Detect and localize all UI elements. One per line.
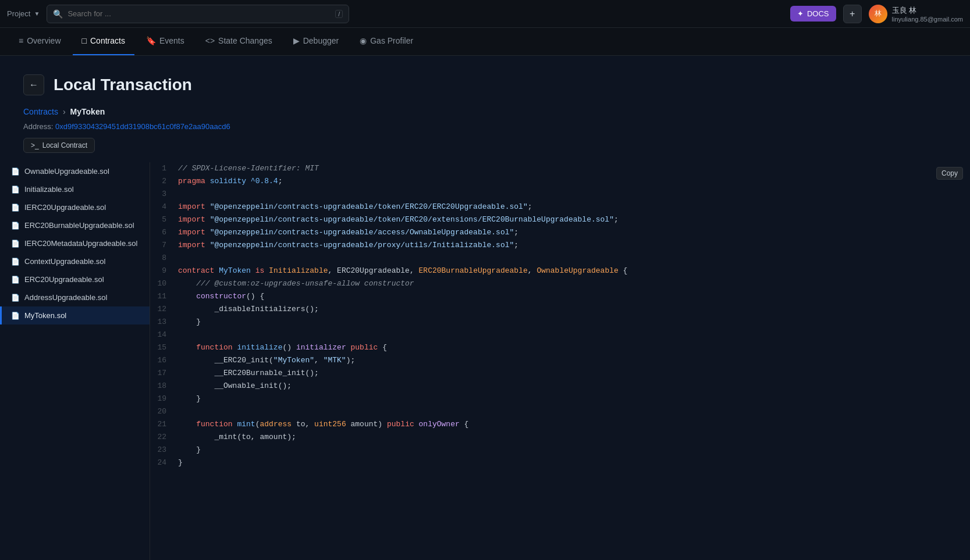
file-item[interactable]: 📄MyToken.sol xyxy=(0,306,150,324)
file-icon: 📄 xyxy=(11,294,20,302)
line-number: 23 xyxy=(150,444,173,456)
file-name: ERC20BurnableUpgradeable.sol xyxy=(24,221,134,230)
tab-overview[interactable]: ≡Overview xyxy=(9,27,70,55)
file-name: AddressUpgradeable.sol xyxy=(24,293,107,302)
line-number: 14 xyxy=(150,329,173,341)
table-row: 7import "@openzeppelin/contracts-upgrade… xyxy=(150,239,970,252)
line-number: 19 xyxy=(150,393,173,405)
file-item[interactable]: 📄ERC20BurnableUpgradeable.sol xyxy=(0,216,150,234)
local-contract-icon: >_ xyxy=(31,141,39,149)
address-label: Address: xyxy=(23,122,53,131)
table-row: 21 function mint(address to, uint256 amo… xyxy=(150,418,970,431)
table-row: 16 __ERC20_init("MyToken", "MTK"); xyxy=(150,354,970,367)
tab-label-contracts: Contracts xyxy=(90,36,125,45)
file-icon: 📄 xyxy=(11,222,20,230)
line-number: 5 xyxy=(150,213,173,226)
file-icon: 📄 xyxy=(11,258,20,266)
line-code: /// @custom:oz-upgrades-unsafe-allow con… xyxy=(173,277,970,290)
line-code: import "@openzeppelin/contracts-upgradea… xyxy=(173,226,970,239)
tab-gas-profiler[interactable]: ◉Gas Profiler xyxy=(350,27,422,55)
file-name: Initializable.sol xyxy=(24,185,74,194)
tab-label-events: Events xyxy=(159,36,184,45)
line-number: 10 xyxy=(150,277,173,290)
table-row: 4import "@openzeppelin/contracts-upgrade… xyxy=(150,201,970,213)
docs-star-icon: ✦ xyxy=(797,9,804,18)
breadcrumb-contracts-link[interactable]: Contracts xyxy=(23,107,58,116)
file-item[interactable]: 📄Initializable.sol xyxy=(0,180,150,198)
address-value[interactable]: 0xd9f93304329451dd31908bc61c0f87e2aa90aa… xyxy=(55,122,230,131)
back-button[interactable]: ← xyxy=(23,74,44,95)
line-code xyxy=(173,188,970,201)
tab-events[interactable]: 🔖Events xyxy=(137,27,194,55)
line-number: 18 xyxy=(150,380,173,393)
file-item[interactable]: 📄IERC20MetadataUpgradeable.sol xyxy=(0,234,150,252)
line-code: function initialize() initializer public… xyxy=(173,341,970,354)
table-row: 24} xyxy=(150,456,970,469)
table-row: 6import "@openzeppelin/contracts-upgrade… xyxy=(150,226,970,239)
tab-label-state-changes: State Changes xyxy=(218,36,272,45)
table-row: 5import "@openzeppelin/contracts-upgrade… xyxy=(150,213,970,226)
file-item[interactable]: 📄ContextUpgradeable.sol xyxy=(0,252,150,270)
line-code: import "@openzeppelin/contracts-upgradea… xyxy=(173,213,970,226)
table-row: 17 __ERC20Burnable_init(); xyxy=(150,367,970,380)
table-row: 12 _disableInitializers(); xyxy=(150,303,970,316)
file-icon: 📄 xyxy=(11,186,20,194)
table-row: 1// SPDX-License-Identifier: MIT xyxy=(150,162,970,175)
line-number: 8 xyxy=(150,252,173,265)
line-number: 4 xyxy=(150,201,173,213)
tab-label-gas-profiler: Gas Profiler xyxy=(370,36,413,45)
file-item[interactable]: 📄ERC20Upgradeable.sol xyxy=(0,270,150,288)
topbar: Project ▼ 🔍 / ✦ DOCS + 林 玉良 林 linyuliang… xyxy=(0,0,970,28)
tab-state-changes[interactable]: <>State Changes xyxy=(196,27,282,55)
line-number: 17 xyxy=(150,367,173,380)
tab-label-overview: Overview xyxy=(27,36,61,45)
docs-label: DOCS xyxy=(807,9,829,18)
breadcrumb: Contracts › MyToken xyxy=(23,107,947,116)
file-icon: 📄 xyxy=(11,312,20,320)
line-number: 2 xyxy=(150,175,173,188)
line-number: 15 xyxy=(150,341,173,354)
search-bar: 🔍 / xyxy=(47,5,349,23)
line-code: __ERC20_init("MyToken", "MTK"); xyxy=(173,354,970,367)
line-code: _mint(to, amount); xyxy=(173,431,970,444)
file-icon: 📄 xyxy=(11,204,20,212)
search-icon: 🔍 xyxy=(53,9,63,19)
bottom-panel: 📄OwnableUpgradeable.sol📄Initializable.so… xyxy=(0,162,970,560)
tab-icon-state-changes: <> xyxy=(205,36,215,45)
project-selector[interactable]: Project ▼ xyxy=(7,9,40,18)
plus-icon: + xyxy=(850,9,855,19)
table-row: 11 constructor() { xyxy=(150,290,970,303)
table-row: 8 xyxy=(150,252,970,265)
line-number: 13 xyxy=(150,316,173,329)
user-menu[interactable]: 林 玉良 林 linyuliang.85@gmail.com xyxy=(869,5,963,23)
breadcrumb-separator: › xyxy=(63,107,66,116)
file-item[interactable]: 📄AddressUpgradeable.sol xyxy=(0,288,150,306)
line-code xyxy=(173,329,970,341)
file-name: ERC20Upgradeable.sol xyxy=(24,275,104,284)
table-row: 15 function initialize() initializer pub… xyxy=(150,341,970,354)
line-number: 11 xyxy=(150,290,173,303)
file-name: MyToken.sol xyxy=(24,311,66,320)
local-contract-badge[interactable]: >_ Local Contract xyxy=(23,138,95,153)
local-contract-label: Local Contract xyxy=(42,141,87,149)
file-icon: 📄 xyxy=(11,240,20,248)
file-item[interactable]: 📄IERC20Upgradeable.sol xyxy=(0,198,150,216)
file-item[interactable]: 📄OwnableUpgradeable.sol xyxy=(0,162,150,180)
file-name: ContextUpgradeable.sol xyxy=(24,257,105,266)
line-code: pragma solidity ^0.8.4; xyxy=(173,175,970,188)
copy-button[interactable]: Copy xyxy=(936,167,963,180)
line-number: 24 xyxy=(150,456,173,469)
line-code: function mint(address to, uint256 amount… xyxy=(173,418,970,431)
line-code xyxy=(173,405,970,418)
project-name: Project xyxy=(7,9,30,18)
line-number: 16 xyxy=(150,354,173,367)
user-email: linyuliang.85@gmail.com xyxy=(892,16,963,23)
docs-button[interactable]: ✦ DOCS xyxy=(790,6,836,22)
user-name: 玉良 林 xyxy=(892,5,963,16)
line-code: } xyxy=(173,316,970,329)
tab-debugger[interactable]: ▶Debugger xyxy=(284,27,349,55)
plus-button[interactable]: + xyxy=(843,5,862,23)
search-input[interactable] xyxy=(67,9,331,18)
tab-contracts[interactable]: □Contracts xyxy=(73,27,134,55)
line-number: 7 xyxy=(150,239,173,252)
